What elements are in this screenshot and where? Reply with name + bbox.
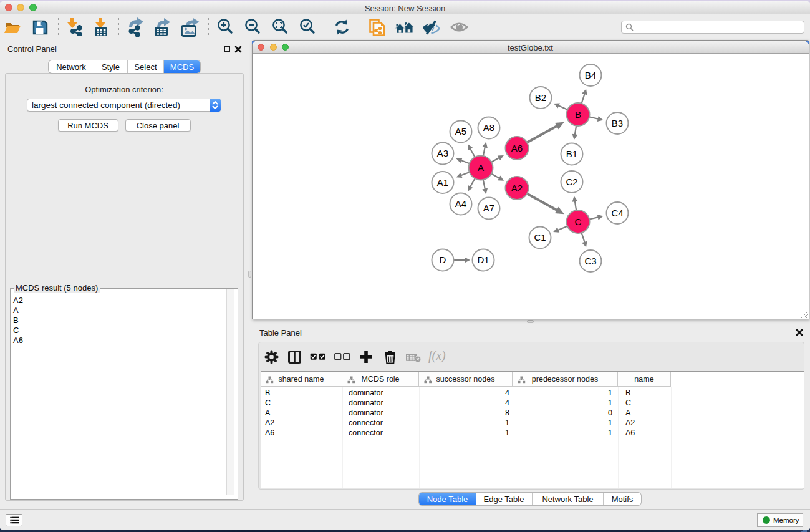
svg-text:D: D	[440, 254, 446, 265]
svg-text:A4: A4	[455, 198, 466, 209]
svg-text:B1: B1	[566, 148, 577, 159]
svg-text:A7: A7	[483, 203, 494, 213]
svg-text:D1: D1	[477, 254, 489, 265]
svg-text:B2: B2	[535, 92, 546, 103]
svg-text:C: C	[575, 216, 582, 227]
svg-text:C2: C2	[566, 177, 577, 187]
svg-text:A1: A1	[437, 177, 448, 188]
svg-text:B3: B3	[612, 118, 623, 128]
svg-text:B4: B4	[585, 70, 596, 80]
svg-text:A: A	[478, 162, 484, 173]
svg-text:C3: C3	[584, 256, 596, 266]
svg-text:A2: A2	[511, 183, 523, 193]
svg-text:C4: C4	[611, 208, 623, 218]
svg-text:A5: A5	[455, 126, 466, 137]
svg-text:A3: A3	[437, 148, 448, 158]
svg-text:B: B	[575, 109, 581, 120]
svg-text:C1: C1	[534, 232, 546, 243]
svg-text:A6: A6	[511, 143, 523, 153]
svg-text:A8: A8	[483, 122, 494, 133]
